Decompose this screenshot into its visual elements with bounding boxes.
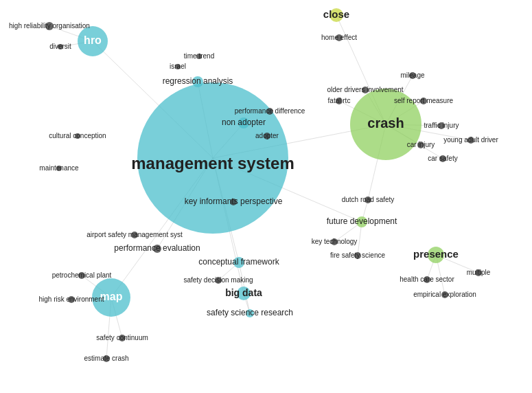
svg-point-61 [409, 72, 416, 79]
svg-point-49 [56, 166, 62, 171]
svg-point-74 [424, 276, 430, 283]
svg-point-35 [350, 89, 421, 160]
svg-point-57 [119, 335, 126, 341]
svg-point-44 [196, 54, 202, 59]
svg-point-73 [428, 247, 444, 263]
svg-point-42 [58, 44, 63, 49]
svg-point-43 [175, 64, 181, 69]
svg-point-52 [153, 245, 161, 253]
svg-point-50 [230, 199, 237, 205]
svg-point-63 [336, 98, 343, 104]
svg-point-71 [331, 238, 338, 245]
svg-point-46 [238, 117, 249, 128]
svg-point-65 [438, 122, 445, 129]
svg-point-54 [237, 287, 251, 300]
svg-point-64 [420, 98, 427, 104]
svg-point-39 [233, 257, 244, 268]
svg-point-47 [264, 133, 270, 139]
svg-point-55 [78, 272, 85, 279]
svg-point-67 [417, 142, 424, 148]
svg-point-59 [329, 8, 343, 22]
svg-point-70 [356, 216, 367, 227]
svg-point-36 [78, 26, 108, 56]
svg-point-40 [246, 309, 254, 317]
svg-point-68 [439, 155, 446, 162]
svg-point-62 [362, 87, 369, 93]
svg-point-72 [354, 252, 361, 259]
svg-point-45 [266, 108, 273, 115]
network-svg: management systemcrashhromapregression a… [0, 0, 532, 393]
svg-point-60 [336, 34, 343, 41]
svg-point-37 [92, 278, 130, 317]
svg-point-38 [192, 76, 203, 87]
svg-point-69 [365, 196, 371, 203]
svg-point-41 [45, 22, 54, 30]
svg-point-76 [475, 269, 482, 276]
svg-point-75 [441, 291, 448, 298]
svg-point-58 [103, 355, 110, 362]
svg-point-53 [215, 277, 222, 284]
svg-point-51 [131, 232, 138, 238]
svg-point-66 [467, 137, 474, 144]
network-visualization: management systemcrashhromapregression a… [0, 0, 532, 393]
svg-point-56 [68, 296, 75, 303]
svg-point-34 [137, 82, 288, 234]
svg-point-48 [75, 133, 80, 139]
